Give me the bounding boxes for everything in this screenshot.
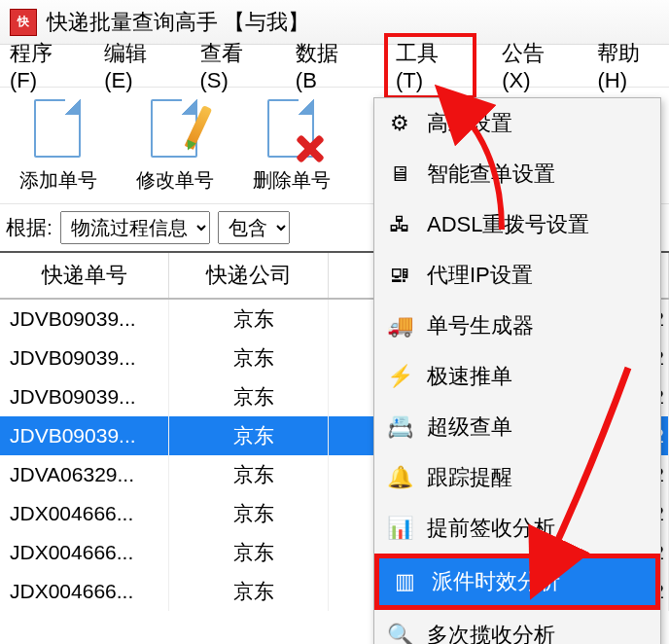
menu-item-label: 超级查单: [427, 412, 512, 442]
cell-tracking-no: JDVB09039...: [0, 300, 169, 339]
menu-help[interactable]: 帮助(H): [597, 39, 669, 93]
cell-company: 京东: [169, 300, 329, 339]
cell-company: 京东: [169, 455, 329, 494]
menu-item-label: 派件时效分析: [432, 567, 560, 596]
cell-tracking-no: JDX004666...: [0, 494, 169, 533]
cell-company: 京东: [169, 572, 329, 611]
menu-item-label: 单号生成器: [427, 311, 534, 340]
menu-item-icon: 📇: [386, 413, 413, 441]
menu-notice[interactable]: 公告(X): [502, 39, 572, 93]
menu-item-icon: ⚙: [386, 110, 413, 137]
cell-company: 京东: [169, 533, 329, 572]
menu-item-label: 代理IP设置: [427, 261, 533, 290]
cell-tracking-no: JDX004666...: [0, 533, 169, 572]
cell-company: 京东: [169, 339, 329, 377]
menu-item-icon: 🔔: [386, 464, 413, 491]
menu-item-label: 跟踪提醒: [427, 463, 512, 492]
menu-item-label: 极速推单: [427, 362, 512, 391]
filter-op-select[interactable]: 包含: [218, 211, 290, 244]
cell-tracking-no: JDVA06329...: [0, 455, 169, 494]
filter-field-select[interactable]: 物流过程信息: [60, 211, 210, 244]
menu-item-label: 多次揽收分析: [427, 621, 555, 644]
tools-menu-item[interactable]: 🚚单号生成器: [374, 301, 660, 351]
tools-menu-item[interactable]: 🔔跟踪提醒: [374, 452, 660, 503]
filter-label: 根据:: [6, 214, 53, 241]
menu-item-icon: ▥: [391, 568, 418, 595]
menu-item-label: 提前签收分析: [427, 514, 555, 543]
menu-item-icon: ⚡: [386, 363, 413, 390]
tools-menu-item[interactable]: ▥派件时效分析: [374, 554, 660, 610]
modify-label: 修改单号: [136, 167, 214, 194]
menu-item-icon: 🚚: [386, 312, 413, 340]
menu-item-icon: 🔍: [386, 622, 413, 644]
th-tracking-no[interactable]: 快递单号: [0, 253, 169, 298]
menu-item-icon: 🖧: [386, 211, 413, 238]
cell-tracking-no: JDVB09039...: [0, 416, 169, 455]
tools-menu-item[interactable]: 🖳代理IP设置: [374, 250, 660, 301]
menu-item-icon: 📊: [386, 515, 413, 542]
menubar: 程序(F) 编辑(E) 查看(S) 数据(B 工具(T) 公告(X) 帮助(H): [0, 45, 669, 88]
document-delete-icon: [264, 97, 320, 161]
menu-view[interactable]: 查看(S): [200, 39, 270, 93]
menu-tools[interactable]: 工具(T): [384, 33, 476, 99]
cell-tracking-no: JDX004666...: [0, 572, 169, 611]
delete-label: 删除单号: [253, 167, 331, 194]
add-label: 添加单号: [19, 167, 97, 194]
cell-company: 京东: [169, 494, 329, 533]
delete-number-button[interactable]: 删除单号: [253, 97, 331, 194]
tools-menu-item[interactable]: 🖧ADSL重拨号设置: [374, 199, 660, 250]
add-number-button[interactable]: 添加单号: [19, 97, 97, 194]
tools-menu-item[interactable]: 🖥智能查单设置: [374, 149, 660, 199]
tools-menu-item[interactable]: 📊提前签收分析: [374, 503, 660, 554]
app-icon: 快: [10, 9, 37, 36]
menu-item-label: 高级设置: [427, 109, 512, 138]
tools-menu-item[interactable]: 📇超级查单: [374, 402, 660, 452]
cell-company: 京东: [169, 377, 329, 416]
menu-program[interactable]: 程序(F): [10, 39, 79, 93]
menu-data[interactable]: 数据(B: [296, 39, 359, 93]
menu-item-icon: 🖥: [386, 161, 413, 188]
tools-dropdown: ⚙高级设置🖥智能查单设置🖧ADSL重拨号设置🖳代理IP设置🚚单号生成器⚡极速推单…: [373, 97, 661, 644]
menu-item-icon: 🖳: [386, 262, 413, 289]
cell-company: 京东: [169, 416, 329, 455]
tools-menu-item[interactable]: ⚙高级设置: [374, 98, 660, 149]
tools-menu-item[interactable]: 🔍多次揽收分析: [374, 610, 660, 644]
window-title: 快递批量查询高手 【与我】: [47, 8, 309, 37]
menu-item-label: 智能查单设置: [427, 160, 555, 189]
document-icon: [30, 97, 87, 161]
th-company[interactable]: 快递公司: [169, 253, 329, 298]
modify-number-button[interactable]: 修改单号: [136, 97, 214, 194]
tools-menu-item[interactable]: ⚡极速推单: [374, 351, 660, 402]
document-edit-icon: [147, 97, 203, 161]
cell-tracking-no: JDVB09039...: [0, 339, 169, 377]
menu-edit[interactable]: 编辑(E): [104, 39, 174, 93]
cell-tracking-no: JDVB09039...: [0, 377, 169, 416]
menu-item-label: ADSL重拨号设置: [427, 210, 589, 239]
